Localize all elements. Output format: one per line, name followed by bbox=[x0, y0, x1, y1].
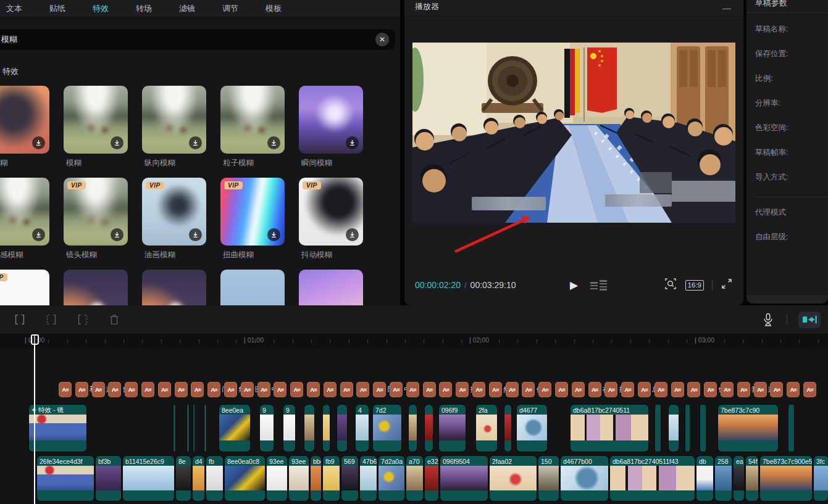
timeline-clip[interactable]: 8e bbox=[176, 456, 191, 501]
text-clip-badge[interactable]: A≡集 bbox=[224, 382, 237, 397]
delete-icon[interactable] bbox=[107, 312, 122, 327]
menu-tab-6[interactable]: 模板 bbox=[266, 3, 282, 14]
effect-card[interactable] bbox=[299, 270, 363, 305]
text-clip-badge[interactable]: A≡ bbox=[158, 382, 171, 397]
effect-card[interactable]: 纵向模糊 bbox=[142, 86, 206, 168]
text-clip-badge[interactable]: A≡ bbox=[290, 382, 303, 397]
effect-thumbnail[interactable] bbox=[142, 86, 206, 154]
text-clip-badge[interactable]: A≡但 bbox=[522, 382, 535, 397]
text-clip-badge[interactable]: A≡ bbox=[356, 382, 369, 397]
split-icon[interactable] bbox=[12, 312, 27, 327]
timeline-ruler[interactable]: |00:00|01:00|02:00|03:00 bbox=[0, 334, 828, 348]
text-clip-badge[interactable]: A≡这 bbox=[754, 382, 767, 397]
text-clip-badge[interactable]: A≡中 bbox=[257, 382, 270, 397]
timeline-clip[interactable]: 258 bbox=[715, 456, 732, 501]
timeline-clip[interactable] bbox=[669, 405, 679, 452]
timeline-clip[interactable]: 4 bbox=[356, 405, 369, 452]
timeline-clip[interactable] bbox=[337, 405, 347, 452]
effect-thumbnail[interactable]: VIP bbox=[142, 178, 206, 246]
menu-tab-3[interactable]: 转场 bbox=[136, 3, 152, 14]
timeline-clip[interactable]: bbc bbox=[311, 456, 321, 501]
text-clip-badge[interactable]: A≡ bbox=[141, 382, 154, 397]
text-clip-badge[interactable]: A≡ bbox=[307, 382, 320, 397]
text-clip-badge[interactable]: A≡ bbox=[721, 382, 734, 397]
effect-card[interactable]: 粒子模糊 bbox=[220, 86, 285, 168]
effect-card[interactable]: VIP油画模糊 bbox=[142, 178, 206, 260]
aspect-ratio-button[interactable]: 16:9 bbox=[685, 280, 704, 291]
text-clip-badge[interactable]: A≡这 bbox=[92, 382, 105, 397]
effect-card[interactable]: VIP抖动模糊 bbox=[299, 178, 363, 260]
trim-left-icon[interactable] bbox=[44, 312, 59, 327]
timeline-clip[interactable]: 150 bbox=[538, 456, 559, 501]
text-clip-badge[interactable]: A≡ bbox=[324, 382, 337, 397]
text-clip-badge[interactable]: A≡在 bbox=[588, 382, 601, 397]
text-clip-badge[interactable]: A≡ bbox=[59, 382, 72, 397]
timeline-clip[interactable]: 7be873c7c90 bbox=[718, 405, 778, 452]
trim-right-icon[interactable] bbox=[75, 312, 90, 327]
effect-thumbnail[interactable] bbox=[64, 270, 128, 305]
timeline-clip[interactable]: 3fc bbox=[814, 456, 828, 501]
effect-card[interactable]: 瞬间模糊 bbox=[299, 86, 363, 168]
text-clip-badge[interactable]: A≡医 bbox=[241, 382, 254, 397]
effect-thumbnail[interactable] bbox=[0, 178, 49, 246]
text-clip-badge[interactable]: A≡ bbox=[175, 382, 188, 397]
effect-card[interactable]: 模糊 bbox=[64, 86, 128, 168]
text-clip-badge[interactable]: A≡ bbox=[423, 382, 436, 397]
timeline-clip[interactable]: d4677 bbox=[517, 405, 547, 452]
text-clip-badge[interactable]: A≡ bbox=[555, 382, 568, 397]
timeline-clip[interactable]: 93ee bbox=[289, 456, 309, 501]
effect-card[interactable] bbox=[64, 270, 128, 305]
effect-thumbnail[interactable] bbox=[0, 86, 49, 154]
text-clip-badge[interactable]: A≡也 bbox=[704, 382, 717, 397]
timeline-clip[interactable]: d4677b00 bbox=[561, 456, 608, 501]
timeline-clip[interactable] bbox=[425, 405, 433, 452]
timeline-clip[interactable]: 54f bbox=[746, 456, 758, 501]
timeline-clip[interactable]: 2fa bbox=[476, 405, 497, 452]
text-clip-badge[interactable]: A≡ bbox=[506, 382, 519, 397]
timeline-clip[interactable]: b11415e26c9 bbox=[123, 456, 174, 501]
timeline-clip[interactable]: 096f9 bbox=[439, 405, 466, 452]
text-clip-badge[interactable]: A≡门 bbox=[207, 382, 220, 397]
timeline-clip[interactable]: a70 bbox=[406, 456, 423, 501]
preview-video[interactable] bbox=[412, 43, 735, 223]
timeline-clip[interactable]: d4 bbox=[193, 456, 204, 501]
timeline-clip[interactable] bbox=[504, 405, 511, 452]
text-clip-badge[interactable]: A≡ bbox=[687, 382, 700, 397]
effect-thumbnail[interactable] bbox=[220, 86, 285, 154]
timeline-clip[interactable]: 9 bbox=[283, 405, 295, 452]
effect-card[interactable]: VIP镜头模糊 bbox=[64, 178, 128, 260]
text-clip-badge[interactable]: A≡ bbox=[472, 382, 485, 397]
effect-thumbnail[interactable]: VIP bbox=[0, 270, 49, 305]
minimize-icon[interactable]: — bbox=[722, 3, 731, 13]
timeline-clip[interactable] bbox=[409, 405, 417, 452]
text-clip-badge[interactable]: A≡总 bbox=[638, 382, 651, 397]
timeline-clip[interactable]: db6a817bc2740511 bbox=[571, 405, 648, 452]
timeline-clip[interactable]: 8ee0ea bbox=[219, 405, 250, 452]
text-clip-badge[interactable]: A≡阝 bbox=[373, 382, 386, 397]
playhead-handle[interactable] bbox=[31, 334, 39, 345]
clip-sliver[interactable] bbox=[700, 405, 706, 452]
clip-sliver[interactable] bbox=[655, 405, 661, 452]
effect-thumbnail[interactable] bbox=[220, 270, 285, 305]
menu-tab-5[interactable]: 调节 bbox=[222, 3, 238, 14]
timeline-clip[interactable]: 26fe34ece4d3f bbox=[37, 456, 94, 501]
effect-thumbnail[interactable]: VIP bbox=[220, 178, 285, 246]
timeline-clip[interactable]: bf3b bbox=[96, 456, 121, 501]
text-clip-badge[interactable]: A≡ bbox=[803, 382, 816, 397]
effect-card[interactable]: 糊 bbox=[0, 86, 49, 168]
search-box[interactable]: 模糊 ✕ bbox=[0, 29, 395, 50]
timeline-clip[interactable]: fb9 bbox=[323, 456, 340, 501]
clip-sliver[interactable] bbox=[788, 405, 794, 452]
preview-quality-icon[interactable] bbox=[590, 280, 607, 291]
text-clip-badge[interactable]: A≡ bbox=[787, 382, 800, 397]
focus-zoom-icon[interactable] bbox=[664, 277, 677, 293]
effect-thumbnail[interactable] bbox=[299, 86, 363, 154]
text-clip-badge[interactable]: A≡推 bbox=[456, 382, 469, 397]
timeline-clip[interactable]: 7be873c7c900e5 bbox=[760, 456, 812, 501]
menu-tab-4[interactable]: 滤镜 bbox=[179, 3, 195, 14]
play-button[interactable]: ▶ bbox=[570, 279, 578, 292]
text-clip-badge[interactable]: A≡ bbox=[274, 382, 286, 397]
timeline-clip[interactable]: 93ee bbox=[267, 456, 287, 501]
menu-tab-2[interactable]: 特效 bbox=[93, 3, 109, 14]
effect-thumbnail[interactable] bbox=[142, 270, 206, 305]
